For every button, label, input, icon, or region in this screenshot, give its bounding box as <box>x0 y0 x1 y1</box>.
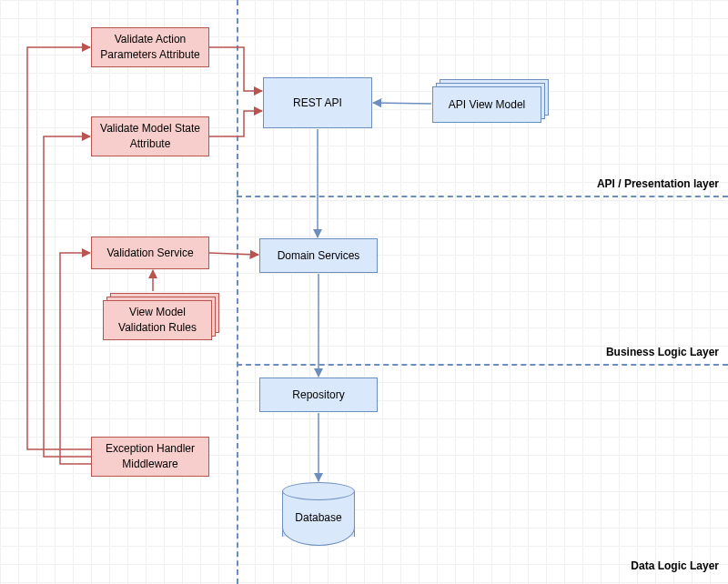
edge-viewmodel-to-restapi <box>373 103 431 104</box>
edge-validate-action-to-restapi <box>209 47 262 91</box>
node-api-view-model-stack: API View Model <box>432 86 541 123</box>
node-label: View Model Validation Rules <box>109 305 206 336</box>
layer-divider-2 <box>237 364 728 366</box>
layer-label-business: Business Logic Layer <box>546 346 719 358</box>
node-validate-action: Validate Action Parameters Attribute <box>91 27 209 67</box>
node-exception-handler: Exception Handler Middleware <box>91 437 209 477</box>
diagram-canvas: API / Presentation layer Business Logic … <box>0 0 728 584</box>
layer-vertical-divider <box>237 0 238 584</box>
node-label: Database <box>295 511 341 524</box>
node-label: REST API <box>293 96 342 111</box>
node-repository: Repository <box>259 378 378 412</box>
node-validate-model: Validate Model State Attribute <box>91 116 209 156</box>
node-label: Domain Services <box>278 248 360 264</box>
node-view-model-rules-stack: View Model Validation Rules <box>103 300 212 340</box>
node-rest-api: REST API <box>263 77 372 128</box>
node-label: Validate Action Parameters Attribute <box>97 32 203 63</box>
node-database: Database <box>282 482 355 546</box>
edge-exception-to-validation-service <box>60 253 91 464</box>
edge-validate-model-to-restapi <box>209 111 262 136</box>
node-label: Validation Service <box>106 246 193 261</box>
edge-exception-to-validate-model <box>44 136 91 457</box>
node-label: Exception Handler Middleware <box>97 441 203 472</box>
layer-divider-1 <box>237 196 728 197</box>
edge-exception-to-validate-action <box>27 47 91 449</box>
layer-label-api: API / Presentation layer <box>546 177 719 190</box>
node-domain-services: Domain Services <box>259 238 378 273</box>
node-validation-service: Validation Service <box>91 237 209 269</box>
edge-validation-service-to-domain <box>209 253 258 255</box>
node-label: Repository <box>292 388 344 403</box>
layer-label-data: Data Logic Layer <box>546 559 719 572</box>
node-label: Validate Model State Attribute <box>97 121 203 152</box>
node-label: API View Model <box>449 97 526 113</box>
